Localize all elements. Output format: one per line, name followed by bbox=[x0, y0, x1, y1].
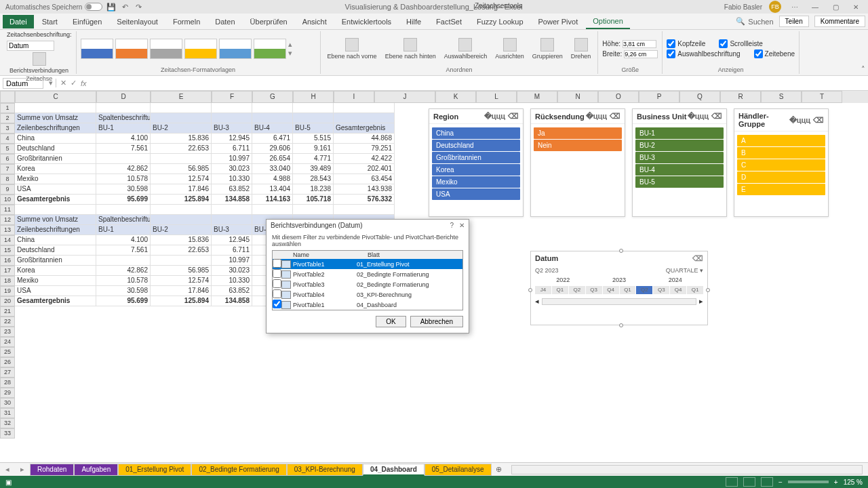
cell[interactable]: 5.515 bbox=[293, 134, 334, 144]
slicer-bu[interactable]: Business Unit�ццц⌫ BU-1BU-2BU-3BU-4BU-5 bbox=[632, 108, 727, 217]
tab-file[interactable]: Datei bbox=[3, 15, 34, 28]
cell[interactable]: 12.574 bbox=[151, 174, 212, 184]
slicer-item[interactable]: D bbox=[737, 171, 825, 183]
multiselect-icon[interactable]: �ццц bbox=[484, 112, 505, 121]
sheet-nav-prev-icon[interactable]: ◂ bbox=[0, 465, 15, 474]
selection-pane-button[interactable]: Auswahlbereich bbox=[441, 37, 490, 61]
bring-forward-button[interactable]: Ebene nach vorne bbox=[325, 37, 380, 61]
col-header[interactable]: O bbox=[598, 91, 639, 103]
cell[interactable] bbox=[334, 113, 395, 123]
cell[interactable] bbox=[151, 205, 212, 215]
row-header[interactable]: 19 bbox=[0, 286, 15, 296]
cell[interactable]: 17.846 bbox=[151, 184, 212, 195]
cell[interactable]: 134.858 bbox=[212, 195, 252, 205]
cell[interactable]: 6.471 bbox=[252, 134, 293, 144]
row-header[interactable]: 23 bbox=[0, 327, 15, 337]
cell[interactable] bbox=[96, 256, 151, 266]
cell[interactable]: USA bbox=[15, 184, 96, 195]
cell[interactable] bbox=[151, 113, 212, 123]
cell[interactable] bbox=[151, 154, 212, 164]
cell[interactable] bbox=[96, 154, 151, 164]
row-header[interactable]: 15 bbox=[0, 245, 15, 256]
row-header[interactable]: 21 bbox=[0, 306, 15, 317]
cell[interactable]: 114.163 bbox=[252, 195, 293, 205]
tab-factset[interactable]: FactSet bbox=[429, 15, 469, 28]
select-all-corner[interactable] bbox=[0, 91, 15, 103]
row-header[interactable]: 27 bbox=[0, 367, 15, 378]
cell[interactable]: 10.997 bbox=[212, 154, 252, 164]
row-header[interactable]: 11 bbox=[0, 205, 15, 215]
fx-icon[interactable]: fx bbox=[81, 79, 87, 87]
cell[interactable]: 10.997 bbox=[212, 256, 252, 266]
scroll-track[interactable] bbox=[542, 298, 696, 305]
scroll-right-icon[interactable]: ▸ bbox=[699, 297, 703, 306]
sheet-tab[interactable]: 01_Erstellung Pivot bbox=[118, 464, 191, 476]
cell[interactable] bbox=[151, 103, 212, 113]
formula-input[interactable] bbox=[91, 79, 868, 87]
close-icon[interactable]: ✕ bbox=[459, 222, 465, 229]
cell[interactable] bbox=[212, 103, 252, 113]
cell[interactable]: 13.404 bbox=[252, 184, 293, 195]
row-header[interactable]: 1 bbox=[0, 103, 15, 113]
timeline-style-4[interactable] bbox=[184, 39, 217, 59]
caption-input[interactable] bbox=[7, 41, 54, 51]
cell[interactable]: 63.852 bbox=[212, 184, 252, 195]
search-box[interactable]: 🔍Suchen bbox=[736, 17, 773, 26]
cell[interactable]: 6.711 bbox=[212, 245, 252, 256]
row-header[interactable]: 22 bbox=[0, 317, 15, 327]
col-header[interactable]: F bbox=[212, 91, 252, 103]
share-button[interactable]: Teilen bbox=[779, 16, 809, 27]
row-header[interactable]: 5 bbox=[0, 144, 15, 154]
col-header[interactable]: Q bbox=[679, 91, 720, 103]
sheet-tab[interactable]: Aufgaben bbox=[74, 464, 118, 476]
cell[interactable]: 30.023 bbox=[212, 164, 252, 174]
row-header[interactable]: 2 bbox=[0, 113, 15, 123]
cell[interactable]: 143.938 bbox=[334, 184, 395, 195]
record-macro-icon[interactable]: ▣ bbox=[5, 479, 12, 486]
row-checkbox[interactable] bbox=[273, 269, 281, 278]
cell[interactable]: USA bbox=[15, 286, 96, 296]
cell[interactable]: 42.422 bbox=[334, 154, 395, 164]
row-header[interactable]: 29 bbox=[0, 388, 15, 398]
cell[interactable]: 12.574 bbox=[151, 276, 212, 286]
cell[interactable]: 125.894 bbox=[151, 296, 212, 306]
col-header[interactable]: H bbox=[293, 91, 334, 103]
multiselect-icon[interactable]: �ццц bbox=[789, 116, 810, 125]
cell[interactable]: 22.653 bbox=[151, 245, 212, 256]
slicer-region[interactable]: Region�ццц⌫ ChinaDeutschlandGroßbritanni… bbox=[429, 108, 524, 217]
cell[interactable] bbox=[293, 205, 334, 215]
cell[interactable]: Summe von Umsatz bbox=[15, 215, 96, 225]
cell[interactable]: 4.100 bbox=[96, 235, 151, 245]
ok-button[interactable]: OK bbox=[376, 316, 406, 327]
undo-icon[interactable]: ↶ bbox=[120, 2, 130, 12]
tab-review[interactable]: Überprüfen bbox=[243, 15, 294, 28]
cell[interactable] bbox=[15, 205, 96, 215]
row-header[interactable]: 20 bbox=[0, 296, 15, 306]
view-break-icon[interactable] bbox=[761, 477, 773, 487]
cell[interactable]: BU-2 bbox=[151, 123, 212, 134]
slicer-item[interactable]: Deutschland bbox=[432, 140, 520, 151]
zoom-value[interactable]: 125 % bbox=[844, 479, 863, 486]
clear-filter-icon[interactable]: ⌫ bbox=[610, 112, 620, 121]
col-header[interactable]: G bbox=[252, 91, 293, 103]
cell[interactable]: 56.985 bbox=[151, 266, 212, 276]
cell[interactable]: BU-3 bbox=[212, 225, 252, 235]
sheet-nav-next-icon[interactable]: ▸ bbox=[15, 465, 30, 474]
cell[interactable] bbox=[252, 103, 293, 113]
style-more-icon[interactable]: ▴▾ bbox=[288, 40, 292, 58]
cell[interactable]: 15.836 bbox=[151, 134, 212, 144]
cell[interactable]: 33.040 bbox=[252, 164, 293, 174]
cell[interactable] bbox=[96, 205, 151, 215]
cell[interactable] bbox=[15, 103, 96, 113]
timelevel-dropdown[interactable]: QUARTALE ▾ bbox=[666, 267, 703, 274]
cell[interactable]: 56.985 bbox=[151, 164, 212, 174]
collapse-ribbon-icon[interactable]: ˄ bbox=[861, 65, 865, 74]
width-input[interactable] bbox=[624, 50, 658, 58]
slicer-item[interactable]: BU-3 bbox=[635, 152, 724, 163]
tab-powerpivot[interactable]: Power Pivot bbox=[532, 15, 585, 28]
scroll-left-icon[interactable]: ◂ bbox=[535, 297, 539, 306]
cell[interactable]: 17.846 bbox=[151, 286, 212, 296]
cell[interactable]: 12.945 bbox=[212, 134, 252, 144]
timeline-style-6[interactable] bbox=[254, 39, 286, 59]
cell[interactable]: China bbox=[15, 235, 96, 245]
